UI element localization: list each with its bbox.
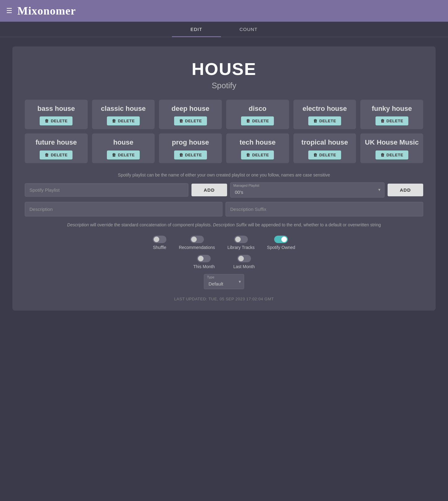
delete-button[interactable]: 🗑DELETE [241,116,274,125]
toggle-switch[interactable] [234,236,248,243]
genre-card: UK House Music🗑DELETE [360,133,423,163]
trash-icon: 🗑 [45,153,49,157]
last-updated: LAST UPDATED: TUE, 05 SEP 2023 17:02:04 … [25,297,423,301]
trash-icon: 🗑 [179,119,183,123]
delete-button[interactable]: 🗑DELETE [40,150,72,159]
toggle-label: Recommendations [179,245,215,250]
toggle-thumb [281,237,287,242]
genre-card: house🗑DELETE [92,133,155,163]
genre-name: house [113,138,134,146]
toggle-switch[interactable] [190,236,204,243]
playlist-subtitle: Spotify [25,81,423,90]
delete-button[interactable]: 🗑DELETE [174,116,207,125]
genre-card: future house🗑DELETE [25,133,88,163]
genre-card: deep house🗑DELETE [159,100,222,129]
delete-button[interactable]: 🗑DELETE [107,150,140,159]
trash-icon: 🗑 [246,119,250,123]
genre-card: tech house🗑DELETE [226,133,289,163]
toggle-switch[interactable] [153,236,166,243]
toggle-item: Recommendations [179,236,215,250]
app-logo: Mixonomer [17,4,76,17]
toggle-track [237,255,251,262]
info-text: Spotify playlist can be the name of eith… [25,172,423,177]
trash-icon: 🗑 [112,153,116,157]
delete-button[interactable]: 🗑DELETE [376,150,408,159]
description-row [25,202,423,216]
toggle-track [274,236,288,243]
toggle-label: Library Tracks [227,245,255,250]
toggle-track [190,236,204,243]
toggle-thumb [191,237,197,242]
genre-name: future house [36,138,77,146]
trash-icon: 🗑 [246,153,250,157]
spotify-playlist-input[interactable] [25,183,188,197]
spotify-input-row: ADD Managed Playlist 00's90's80's70's ▼ … [25,182,423,198]
genre-card: disco🗑DELETE [226,100,289,129]
type-wrapper: Type DefaultLikedPlaylist ▼ [204,274,244,289]
toggle-track [153,236,166,243]
genre-card: prog house🗑DELETE [159,133,222,163]
genre-name: tech house [239,138,275,146]
hamburger-icon[interactable]: ☰ [6,7,12,15]
genre-card: electro house🗑DELETE [293,100,356,129]
toggle-thumb [154,237,159,242]
desc-note-part3: Description Suffix [213,222,247,227]
genre-name: electro house [302,105,347,113]
toggle-track [197,255,211,262]
trash-icon: 🗑 [45,119,49,123]
toggle-label: Spotify Owned [267,245,295,250]
desc-note-part4: will be appended to the end, whether to … [247,222,381,227]
type-section: Type DefaultLikedPlaylist ▼ [25,274,423,289]
description-input[interactable] [25,202,222,216]
app-header: ☰ Mixonomer [0,0,448,22]
nav-tabs: EDIT COUNT [0,22,448,37]
spotify-add-button[interactable]: ADD [191,184,227,196]
delete-button[interactable]: 🗑DELETE [376,116,408,125]
trash-icon: 🗑 [112,119,116,123]
desc-note-part2: will override the standard concatenation… [89,222,213,227]
toggle-label: This Month [193,264,215,269]
desc-note-part1: Description [67,222,89,227]
genre-name: deep house [172,105,209,113]
managed-playlist-wrapper: Managed Playlist 00's90's80's70's ▼ [230,182,384,198]
delete-button[interactable]: 🗑DELETE [174,150,207,159]
genre-name: tropical house [301,138,348,146]
type-label: Type [207,275,214,279]
toggle-thumb [198,256,204,261]
toggle-thumb [235,237,241,242]
toggle-item: Spotify Owned [267,236,295,250]
managed-playlist-label: Managed Playlist [233,184,259,187]
delete-button[interactable]: 🗑DELETE [40,116,72,125]
trash-icon: 🗑 [380,153,385,157]
toggle-item: Shuffle [153,236,166,250]
genre-card: funky house🗑DELETE [360,100,423,129]
trash-icon: 🗑 [179,153,183,157]
toggle-item: Last Month [233,255,255,269]
delete-button[interactable]: 🗑DELETE [308,150,341,159]
trash-icon: 🗑 [380,119,385,123]
genre-card: bass house🗑DELETE [25,100,88,129]
toggle-track [234,236,248,243]
genre-card: tropical house🗑DELETE [293,133,356,163]
tab-edit[interactable]: EDIT [172,22,221,37]
toggle-switch[interactable] [237,255,251,262]
playlist-title: HOUSE [25,59,423,79]
toggle-switch[interactable] [197,255,211,262]
toggle-row-1: Shuffle Recommendations Library Tracks S… [25,236,423,250]
tab-count[interactable]: COUNT [221,22,276,37]
genre-grid: bass house🗑DELETEclassic house🗑DELETEdee… [25,100,423,163]
main-content: HOUSE Spotify bass house🗑DELETEclassic h… [0,37,448,320]
delete-button[interactable]: 🗑DELETE [241,150,274,159]
trash-icon: 🗑 [313,153,318,157]
genre-name: UK House Music [365,138,419,146]
toggle-item: This Month [193,255,215,269]
genre-name: funky house [372,105,412,113]
genre-name: disco [249,105,266,113]
genre-name: prog house [172,138,209,146]
content-card: HOUSE Spotify bass house🗑DELETEclassic h… [12,46,436,311]
delete-button[interactable]: 🗑DELETE [107,116,140,125]
managed-add-button[interactable]: ADD [388,184,424,196]
toggle-switch[interactable] [274,236,288,243]
description-suffix-input[interactable] [226,202,423,216]
delete-button[interactable]: 🗑DELETE [308,116,341,125]
